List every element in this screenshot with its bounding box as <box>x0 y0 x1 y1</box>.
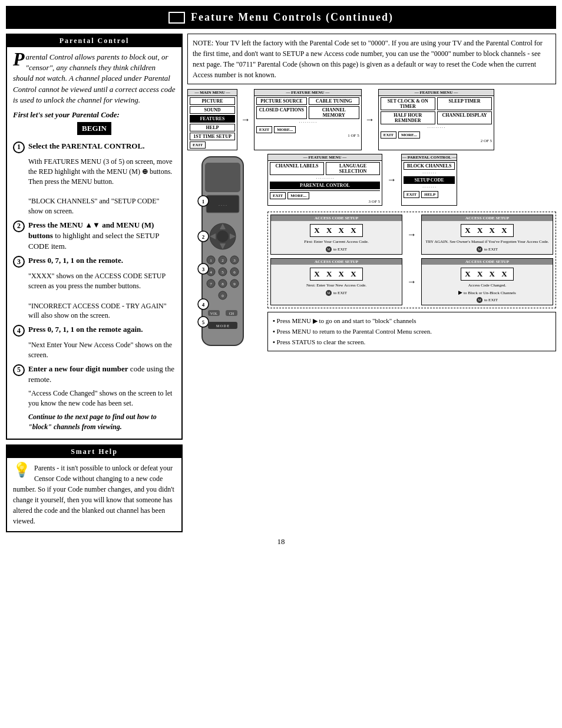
remote-svg: · · · · 1 2 3 4 <box>187 154 258 354</box>
fm3-dots: · · · · · · · · · <box>270 176 380 181</box>
page-title-bar: Feature Menu Controls (Continued) <box>6 6 556 29</box>
pc-dots2: · · · · · · · <box>404 185 455 190</box>
arrow-3: → <box>386 154 398 206</box>
step-5: 5 Enter a new four digit number code usi… <box>13 364 176 385</box>
menu-sound: SOUND <box>190 106 235 114</box>
menu-help: HELP <box>190 124 235 131</box>
arrow-2: → <box>364 89 376 150</box>
fm1-closed-captions: CLOSED CAPTIONS <box>256 106 307 119</box>
fm1-row1: PICTURE SOURCE CABLE TUNING <box>256 97 359 105</box>
svg-text:7: 7 <box>210 282 212 286</box>
access-screens-section: ACCESS CODE SETUP X X X X First: Enter Y… <box>267 212 556 308</box>
parental-control-content: P arental Control allows parents to bloc… <box>7 47 181 439</box>
step-4-number: 4 <box>17 327 21 335</box>
m-circle-1: M <box>326 246 332 252</box>
access-text-1: First: Enter Your Current Access Code. <box>273 239 399 245</box>
left-column: Parental Control P arental Control allow… <box>6 34 183 532</box>
step-5-italic-text: Continue to the next page to find out ho… <box>28 413 157 431</box>
feature-menu-2: — FEATURE MENU — SET CLOCK & ON TIMER SL… <box>378 89 494 150</box>
step-3-bold: Press 0, 7, 1, 1 on the remote. <box>28 256 123 265</box>
remote-menus-row: · · · · 1 2 3 4 <box>187 154 556 357</box>
access-row-2: ACCESS CODE SETUP X X X X Next: Enter Yo… <box>270 258 553 306</box>
svg-point-9 <box>217 230 229 242</box>
step-3-text: Press 0, 7, 1, 1 on the remote. <box>28 255 176 266</box>
svg-text:4: 4 <box>202 302 205 308</box>
feature-menu-2-title: — FEATURE MENU — <box>379 90 494 96</box>
access-screen-1-body: X X X X First: Enter Your Current Access… <box>271 221 402 254</box>
step-2-bold: Press the MENU ▲▼ and MENU (M) buttons <box>28 220 154 240</box>
access-screen-4: ACCESS CODE SETUP X X X X Access Code Ch… <box>421 258 553 306</box>
feature-menu-2-body: SET CLOCK & ON TIMER SLEEP TIMER HALF HO… <box>379 96 494 144</box>
access-screen-2: ACCESS CODE SETUP X X X X TRY AGAIN. See… <box>421 215 553 255</box>
fm1-more: MORE... <box>274 126 296 133</box>
pc-help: HELP <box>421 191 438 198</box>
step-4-text: Press 0, 7, 1, 1 on the remote again. <box>28 324 176 335</box>
fm2-set-clock: SET CLOCK & ON TIMER <box>381 97 435 110</box>
step-2-number: 2 <box>17 222 21 230</box>
fm1-exit: EXIT <box>256 126 272 133</box>
step-4-bold: Press 0, 7, 1, 1 on the remote again. <box>28 325 143 334</box>
svg-text:2: 2 <box>222 258 224 263</box>
first-lets-text: First let's set your Parental Code: <box>13 110 176 120</box>
step-1-circle: 1 <box>13 141 25 153</box>
right-column: NOTE: Your TV left the factory with the … <box>187 34 556 357</box>
menu-1st-time-setup: 1ST TIME SETUP <box>190 133 235 140</box>
svg-text:9: 9 <box>233 282 236 286</box>
step-5-circle: 5 <box>13 364 25 376</box>
access-exit-3: M to EXIT <box>273 290 399 296</box>
menu-exit-row: EXIT <box>190 141 235 149</box>
access-exit-2: M to EXIT <box>424 246 550 252</box>
pc-exit-row: EXIT HELP <box>404 191 455 198</box>
parental-control-menu: — PARENTAL CONTROL — BLOCK CHANNELS · · … <box>401 154 457 206</box>
m-circle-2: M <box>477 246 482 252</box>
svg-text:1: 1 <box>202 199 205 205</box>
step-2: 2 Press the MENU ▲▼ and MENU (M) buttons… <box>13 220 176 252</box>
step-4-note: "Next Enter Your New Access Code" shows … <box>28 340 176 360</box>
note-text: NOTE: Your TV left the factory with the … <box>193 39 543 79</box>
arrow-1: → <box>240 89 252 150</box>
svg-text:2: 2 <box>202 234 205 240</box>
fm2-exit-row: EXIT MORE... <box>381 131 492 139</box>
step-5-bold: Enter a new four digit number <box>28 364 128 373</box>
access-screen-2-title: ACCESS CODE SETUP <box>422 215 553 221</box>
access-text-3: Next: Enter Your New Access Code. <box>273 283 399 289</box>
fm2-sleep-timer: SLEEP TIMER <box>437 97 492 110</box>
smart-help-text: Parents - it isn't possible to unlock or… <box>13 464 174 525</box>
step-1: 1 Select the PARENTAL CONTROL. <box>13 141 176 153</box>
svg-text:M O D E: M O D E <box>216 324 230 328</box>
bullet-3: Press STATUS to clear the screen. <box>273 337 551 348</box>
feature-menu-1-title: — FEATURE MENU — <box>254 90 361 96</box>
step-5-number: 5 <box>17 365 21 374</box>
svg-text:3: 3 <box>233 258 236 263</box>
pc-menu-title: — PARENTAL CONTROL — <box>402 154 457 161</box>
fm3-pc-row: — FEATURE MENU — CHANNEL LABELS LANGUAGE… <box>267 154 556 206</box>
parental-control-section: Parental Control P arental Control allow… <box>6 34 183 440</box>
step-1-bold: Select the PARENTAL CONTROL. <box>28 141 144 150</box>
step-3-note: "XXXX" shows on the ACCESS CODE SETUP sc… <box>28 271 176 321</box>
svg-text:CH: CH <box>229 312 234 315</box>
main-menu-body: PICTURE SOUND FEATURES HELP 1ST TIME SET… <box>188 96 237 150</box>
page-title: Feature Menu Controls (Continued) <box>191 11 394 24</box>
fm3-channel-labels: CHANNEL LABELS <box>270 162 324 175</box>
m-circle-3: M <box>326 290 332 296</box>
remote-container: · · · · 1 2 3 4 <box>187 154 264 357</box>
step-1-number: 1 <box>17 143 21 151</box>
pc-setup-code: SETUP CODE <box>404 176 455 184</box>
fm1-channel-memory: CHANNEL MEMORY <box>309 106 359 119</box>
svg-rect-1 <box>205 163 240 192</box>
bullet-2: Press MENU to return to the Parental Con… <box>273 327 551 337</box>
pc-block-channels: BLOCK CHANNELS <box>404 162 455 170</box>
parental-intro-body: arental Control allows parents to block … <box>13 52 176 104</box>
fm2-channel-display: CHANNEL DISPLAY <box>437 111 492 124</box>
access-exit-label-3: to EXIT <box>333 291 347 295</box>
step-2-circle: 2 <box>13 220 25 232</box>
drop-cap-p: P <box>13 52 25 67</box>
fm3-parental: PARENTAL CONTROL <box>270 182 380 189</box>
main-menu-title: — MAIN MENU — <box>188 90 237 96</box>
fm2-more: MORE... <box>398 131 420 139</box>
feature-menu-3-title: — FEATURE MENU — <box>268 154 382 161</box>
svg-text:6: 6 <box>233 270 236 275</box>
m-circle-4: M <box>477 297 482 303</box>
access-screen-3-title: ACCESS CODE SETUP <box>271 259 402 265</box>
fm1-cable-tuning: CABLE TUNING <box>309 97 359 105</box>
